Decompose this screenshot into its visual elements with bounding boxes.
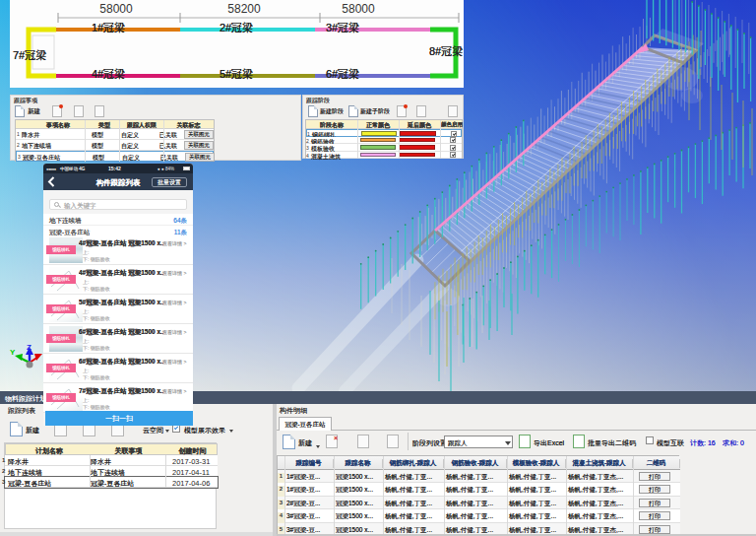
svg-text:Z: Z — [27, 343, 32, 352]
svg-text:Y: Y — [10, 348, 16, 357]
